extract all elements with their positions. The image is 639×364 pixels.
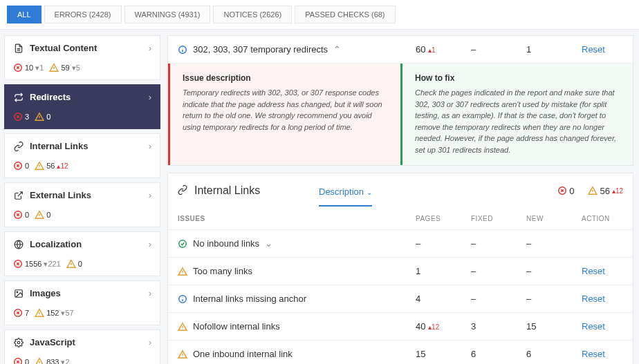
chevron-right-icon: › [149, 190, 151, 200]
chevron-right-icon: › [149, 239, 151, 249]
globe-icon [13, 240, 24, 249]
error-count: 1556▾221 [13, 259, 61, 269]
tab-3[interactable]: NOTICES (2626) [213, 6, 292, 23]
tab-0[interactable]: ALL [7, 6, 41, 23]
table-row[interactable]: Too many links1––Reset [168, 258, 633, 285]
category-textual-content[interactable]: Textual Content›10▾159▾5 [4, 35, 160, 80]
warning-count: 56▴12 [35, 161, 68, 171]
chevron-right-icon: › [149, 43, 151, 53]
svg-point-8 [17, 291, 18, 293]
category-internal-links[interactable]: Internal Links›056▴12 [4, 133, 160, 178]
error-count: 0 [13, 161, 29, 171]
category-external-links[interactable]: External Links›00 [4, 182, 160, 227]
warning-count: 59▾5 [49, 63, 80, 73]
error-count: 10▾1 [13, 63, 44, 73]
warning-count: 152▾57 [35, 308, 74, 318]
img-icon [13, 289, 24, 298]
table-row[interactable]: No inbound links⌄––– [168, 230, 633, 258]
tab-2[interactable]: WARNINGS (4931) [124, 6, 211, 23]
table-row[interactable]: One inbound internal link1566Reset [168, 341, 633, 364]
reset-button[interactable]: Reset [582, 266, 605, 276]
js-icon [13, 338, 24, 347]
how-to-fix: How to fixCheck the pages indicated in t… [400, 64, 633, 165]
svg-point-10 [17, 341, 20, 344]
category-localization[interactable]: Localization›1556▾2210 [4, 231, 160, 276]
chevron-up-icon: ⌃ [333, 44, 341, 55]
tab-4[interactable]: PASSED CHECKS (68) [295, 6, 395, 23]
table-row[interactable]: Internal links missing anchor4––Reset [168, 285, 633, 313]
chevron-right-icon: › [149, 92, 151, 102]
issue-expanded-toggle[interactable]: 302, 303, 307 temporary redirects⌃ [178, 44, 416, 55]
warning-count: 0 [35, 210, 50, 220]
ext-icon [13, 191, 24, 200]
reset-button[interactable]: Reset [582, 294, 605, 304]
reset-button[interactable]: Reset [582, 349, 605, 359]
tab-1[interactable]: ERRORS (2428) [44, 6, 122, 23]
redir-icon [13, 93, 24, 102]
chevron-right-icon: › [149, 337, 151, 347]
reset-button[interactable]: Reset [582, 44, 605, 55]
table-row[interactable]: Nofollow internal links40 ▴12315Reset [168, 313, 633, 341]
error-count: 7 [13, 308, 29, 318]
category-javascript[interactable]: JavaScript›0833▾2 [4, 329, 160, 364]
issue-description: Issue descriptionTemporary redirects wit… [168, 64, 400, 165]
category-redirects[interactable]: Redirects›30 [4, 84, 160, 129]
warning-count: 833▾2 [35, 357, 69, 364]
description-dropdown[interactable]: Description ⌄ [319, 186, 372, 207]
svg-point-11 [15, 358, 22, 364]
error-count: 0 [13, 210, 29, 220]
link-icon [13, 142, 24, 151]
chevron-down-icon: ⌄ [265, 238, 272, 249]
chevron-right-icon: › [149, 141, 151, 151]
warning-count: 0 [35, 112, 50, 122]
chevron-right-icon: › [149, 288, 151, 298]
link-icon [178, 185, 187, 197]
category-images[interactable]: Images›7152▾57 [4, 280, 160, 325]
section-internal-links: Internal LinksDescription ⌄ 0 56 ▴12 [168, 173, 633, 208]
error-count: 3 [13, 112, 29, 122]
doc-icon [13, 44, 24, 53]
warning-count: 0 [66, 259, 82, 269]
error-count: 0 [13, 357, 29, 364]
reset-button[interactable]: Reset [582, 321, 605, 332]
